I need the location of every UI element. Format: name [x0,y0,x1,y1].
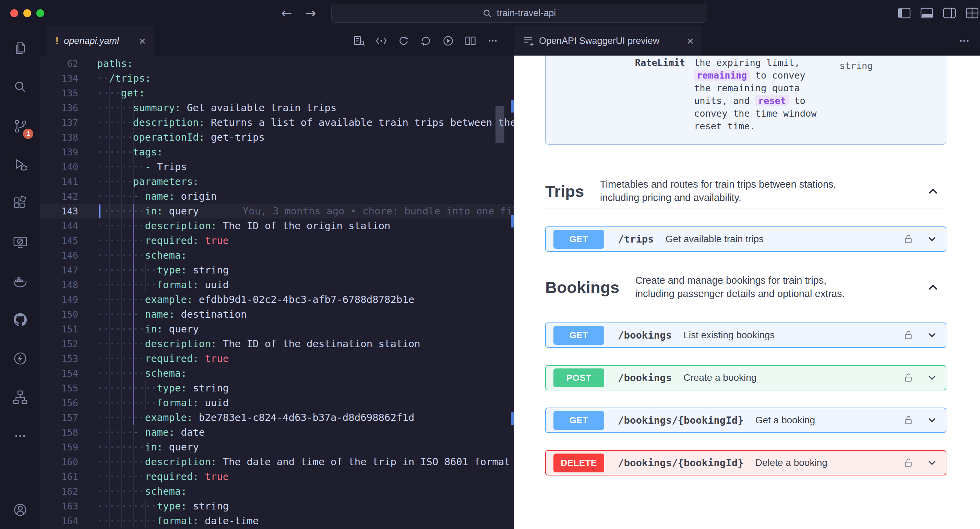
toggle-secondary-sidebar-icon[interactable] [943,8,956,19]
line-number[interactable]: 141 [40,174,78,189]
back-arrow-icon[interactable]: ← [281,5,292,21]
line-number[interactable]: 158 [40,425,78,440]
line-number[interactable]: 134 [40,71,78,86]
operation-row[interactable]: GET/bookingsList existing bookings [545,322,947,348]
forward-arrow-icon[interactable]: → [305,5,316,21]
operation-row[interactable]: POST/bookingsCreate a booking [545,365,947,390]
code-line[interactable]: ······- name: origin [40,189,514,204]
line-number[interactable]: 144 [40,218,78,233]
extensions-icon[interactable] [0,184,40,223]
code-line[interactable]: ········schema: [40,248,514,263]
close-tab-icon[interactable]: × [139,35,146,47]
code-line[interactable]: ········in: query [40,322,514,336]
code-line[interactable]: ··········format: uuid [40,395,514,410]
section-header[interactable]: BookingsCreate and manage bookings for t… [545,274,947,305]
line-number[interactable]: 161 [40,469,78,484]
code-line[interactable]: ··········type: string [40,381,514,395]
code-line[interactable]: paths: [40,56,514,71]
line-number[interactable]: 62 [40,56,78,71]
auth-lock-icon[interactable] [902,233,914,245]
restart-preview-icon[interactable] [398,35,410,47]
code-line[interactable]: ········description: The date and time o… [40,454,514,469]
line-number[interactable]: 138 [40,130,78,145]
code-line[interactable]: ······operationId: get-trips [40,130,514,145]
source-control-icon[interactable]: 1 [0,106,40,145]
code-line[interactable]: ········required: true [40,233,514,248]
section-header[interactable]: TripsTimetables and routes for train tri… [545,178,947,209]
line-number[interactable]: 139 [40,145,78,159]
code-line[interactable]: ··········format: uuid [40,277,514,292]
docker-icon[interactable] [0,261,40,300]
run-and-debug-icon[interactable] [0,145,40,184]
resume-icon[interactable] [420,35,432,47]
search-sidebar-icon[interactable] [0,68,40,106]
line-number[interactable]: 163 [40,499,78,513]
thunder-client-icon[interactable] [0,339,40,378]
code-line[interactable]: ······- name: destination [40,307,514,322]
toggle-primary-sidebar-icon[interactable] [898,8,911,19]
line-number[interactable]: 147 [40,263,78,277]
code-line[interactable]: ··/trips: [40,71,514,86]
more-views-icon[interactable] [0,416,40,455]
code-line[interactable]: ······summary: Get available train trips [40,100,514,115]
expand-operation-icon[interactable] [926,329,938,341]
line-number[interactable]: 140 [40,159,78,174]
line-number[interactable]: 159 [40,440,78,454]
line-number[interactable]: 155 [40,381,78,395]
code-line[interactable]: ······description: Returns a list of ava… [40,115,514,130]
code-line[interactable]: ····get: [40,86,514,100]
line-number[interactable]: 142 [40,189,78,204]
split-editor-icon[interactable] [464,35,477,47]
code-line[interactable]: ······- name: date [40,425,514,440]
line-number[interactable]: 136 [40,100,78,115]
code-line[interactable]: ········in: query [40,440,514,454]
code-line[interactable]: ··········type: string [40,263,514,277]
auth-lock-icon[interactable] [902,414,914,426]
line-number[interactable]: 148 [40,277,78,292]
code-line[interactable]: ······tags: [40,145,514,159]
line-number[interactable]: 160 [40,454,78,469]
collapse-section-icon[interactable] [926,280,940,294]
code-line[interactable]: ··········type: string [40,499,514,513]
auth-lock-icon[interactable] [902,372,914,384]
code-line[interactable]: ········schema: [40,484,514,499]
operation-row[interactable]: DELETE/bookings/{bookingId}Delete a book… [545,450,947,475]
operation-row[interactable]: GET/tripsGet available train trips [545,226,947,252]
tab-swagger-preview[interactable]: OpenAPI SwaggerUI preview × [514,26,702,56]
line-number[interactable]: 143 [40,204,78,218]
auth-lock-icon[interactable] [902,329,914,341]
code-line[interactable]: ········- Trips [40,159,514,174]
account-icon[interactable] [0,490,40,529]
operation-row[interactable]: GET/bookings/{bookingId}Get a booking [545,408,947,433]
line-number[interactable]: 149 [40,292,78,307]
expand-operation-icon[interactable] [926,371,938,384]
command-center-search[interactable]: train-travel-api [331,4,707,22]
collapse-section-icon[interactable] [926,184,940,198]
more-actions-icon[interactable] [958,26,971,56]
test-explorer-icon[interactable] [0,378,40,416]
code-line[interactable]: ········schema: [40,366,514,381]
line-number[interactable]: 153 [40,351,78,366]
explorer-icon[interactable] [0,29,40,68]
line-number[interactable]: 156 [40,395,78,410]
tab-openapi-yaml[interactable]: ! openapi.yaml × [47,26,154,56]
line-number[interactable]: 151 [40,322,78,336]
line-number[interactable]: 135 [40,86,78,100]
more-actions-icon[interactable] [487,35,499,47]
code-line[interactable]: ··········format: date-time [40,513,514,528]
zoom-window-button[interactable] [37,9,44,17]
line-number[interactable]: 152 [40,336,78,351]
customize-layout-icon[interactable] [966,8,978,19]
line-number[interactable]: 150 [40,307,78,322]
code-line[interactable]: ········example: efdbb9d1-02c2-4bc3-afb7… [40,292,514,307]
line-number[interactable]: 164 [40,513,78,528]
line-number[interactable]: 154 [40,366,78,381]
code-editor[interactable]: 6213413513613713813914014114214314414514… [40,56,514,529]
line-number[interactable]: 157 [40,410,78,425]
editor-scrollbar-thumb[interactable] [495,106,504,143]
code-line[interactable]: ········example: b2e783e1-c824-4d63-b37a… [40,410,514,425]
expand-operation-icon[interactable] [926,414,938,426]
code-line[interactable]: ········description: The ID of the origi… [40,218,514,233]
line-number[interactable]: 162 [40,484,78,499]
auth-lock-icon[interactable] [902,457,914,468]
